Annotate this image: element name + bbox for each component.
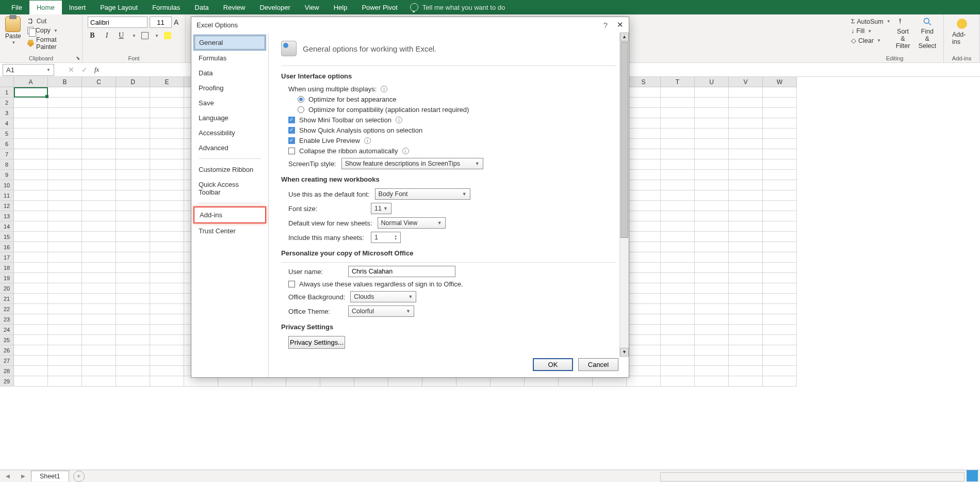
cell[interactable]	[661, 252, 695, 263]
cell[interactable]	[48, 159, 82, 170]
cell[interactable]	[763, 325, 797, 335]
cell[interactable]	[661, 149, 695, 159]
cell[interactable]	[82, 211, 116, 221]
row-header[interactable]: 5	[0, 128, 13, 139]
cancel-button[interactable]: Cancel	[578, 358, 618, 371]
cell[interactable]	[150, 273, 184, 283]
cell[interactable]	[627, 335, 661, 345]
cell[interactable]	[14, 273, 48, 283]
col-header[interactable]: T	[661, 77, 695, 87]
cell[interactable]	[150, 118, 184, 128]
cell[interactable]	[695, 201, 729, 211]
cell[interactable]	[695, 211, 729, 221]
cell[interactable]	[695, 221, 729, 232]
scroll-down-icon[interactable]: ▼	[620, 348, 629, 357]
cell[interactable]	[729, 335, 763, 345]
row-header[interactable]: 7	[0, 149, 13, 159]
cell[interactable]	[14, 263, 48, 273]
cell[interactable]	[525, 376, 559, 387]
addins-button[interactable]: Add-ins	[949, 17, 974, 45]
cell[interactable]	[48, 273, 82, 283]
cell[interactable]	[48, 128, 82, 139]
cell[interactable]	[48, 180, 82, 190]
cell[interactable]	[661, 108, 695, 118]
cell[interactable]	[150, 98, 184, 108]
cell[interactable]	[763, 221, 797, 232]
cell[interactable]	[150, 211, 184, 221]
cell[interactable]	[695, 128, 729, 139]
tab-developer[interactable]: Developer	[252, 1, 297, 14]
cell[interactable]	[82, 304, 116, 314]
cell[interactable]	[695, 87, 729, 98]
cell[interactable]	[695, 170, 729, 180]
cell[interactable]	[14, 335, 48, 345]
privacy-settings-button[interactable]: Privacy Settings...	[288, 336, 345, 349]
row-header[interactable]: 13	[0, 211, 13, 221]
scroll-up-icon[interactable]: ▲	[620, 33, 629, 41]
user-name-input[interactable]	[348, 266, 455, 277]
cell[interactable]	[150, 335, 184, 345]
cell[interactable]	[695, 376, 729, 387]
cell[interactable]	[661, 221, 695, 232]
cell[interactable]	[491, 376, 525, 387]
cell[interactable]	[150, 149, 184, 159]
cell[interactable]	[627, 149, 661, 159]
cell[interactable]	[150, 221, 184, 232]
cell[interactable]	[627, 356, 661, 366]
cell[interactable]	[661, 242, 695, 252]
cell[interactable]	[763, 252, 797, 263]
cell[interactable]	[14, 366, 48, 376]
cell[interactable]	[14, 252, 48, 263]
cell[interactable]	[627, 273, 661, 283]
cell[interactable]	[695, 294, 729, 304]
cell[interactable]	[729, 118, 763, 128]
cell[interactable]	[763, 159, 797, 170]
cell[interactable]	[763, 242, 797, 252]
cell[interactable]	[627, 345, 661, 356]
nav-advanced[interactable]: Advanced	[193, 140, 266, 155]
cell[interactable]	[729, 294, 763, 304]
cell[interactable]	[763, 304, 797, 314]
row-header[interactable]: 15	[0, 232, 13, 242]
cell[interactable]	[82, 242, 116, 252]
nav-trust-center[interactable]: Trust Center	[193, 223, 266, 238]
cell[interactable]	[729, 180, 763, 190]
cell[interactable]	[729, 139, 763, 149]
border-icon[interactable]	[141, 32, 149, 39]
cell[interactable]	[82, 294, 116, 304]
cell[interactable]	[48, 190, 82, 201]
cell[interactable]	[150, 283, 184, 294]
cell[interactable]	[48, 98, 82, 108]
cell[interactable]	[729, 211, 763, 221]
cell[interactable]	[48, 221, 82, 232]
cell[interactable]	[695, 356, 729, 366]
nav-data[interactable]: Data	[193, 66, 266, 81]
cell[interactable]	[763, 180, 797, 190]
cell[interactable]	[627, 314, 661, 325]
tell-me-search[interactable]: Tell me what you want to do	[410, 3, 505, 11]
cell[interactable]	[627, 242, 661, 252]
cell[interactable]	[82, 273, 116, 283]
row-header[interactable]: 23	[0, 314, 13, 325]
cell[interactable]	[14, 159, 48, 170]
cell[interactable]	[729, 376, 763, 387]
cell[interactable]	[763, 345, 797, 356]
cell[interactable]	[82, 180, 116, 190]
cell[interactable]	[661, 98, 695, 108]
cell[interactable]	[695, 180, 729, 190]
cell[interactable]	[661, 335, 695, 345]
row-header[interactable]: 28	[0, 366, 13, 376]
row-header[interactable]: 26	[0, 345, 13, 356]
cell[interactable]	[695, 149, 729, 159]
cell[interactable]	[763, 376, 797, 387]
cell[interactable]	[695, 232, 729, 242]
cell[interactable]	[661, 273, 695, 283]
cell[interactable]	[695, 108, 729, 118]
cell[interactable]	[661, 263, 695, 273]
cell[interactable]	[150, 87, 184, 98]
row-header[interactable]: 19	[0, 273, 13, 283]
cell[interactable]	[116, 98, 150, 108]
default-font-combo[interactable]: Body Font▼	[375, 188, 470, 200]
cell[interactable]	[422, 376, 456, 387]
cell[interactable]	[627, 325, 661, 335]
